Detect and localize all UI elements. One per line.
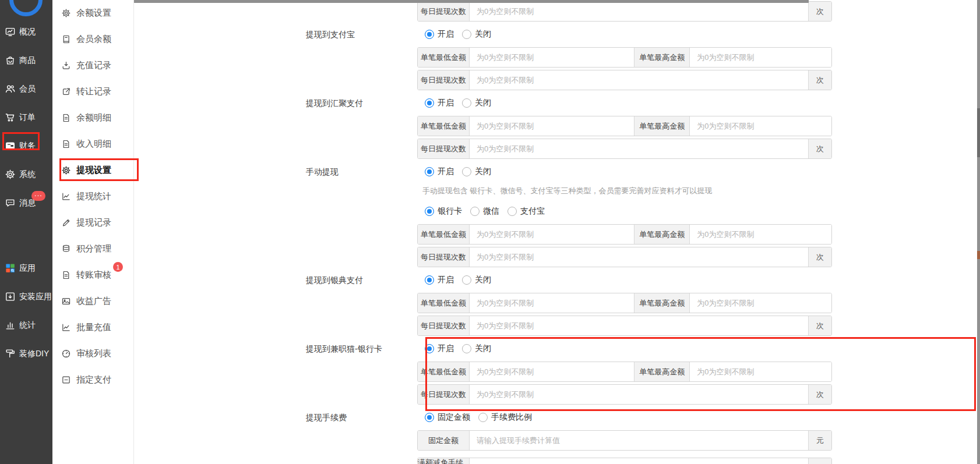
- submenu-item-transfer-audit[interactable]: 转账审核 1: [52, 262, 133, 288]
- wallet-icon: [5, 140, 16, 151]
- manual-daily-times-input[interactable]: [470, 247, 808, 267]
- sidebar-item-finance[interactable]: 财务: [0, 132, 52, 160]
- full-amount-fee-waiver-input[interactable]: [470, 458, 808, 464]
- gear-icon: [61, 165, 71, 175]
- withdraw-fee-radio-percent[interactable]: 手续费比例: [478, 412, 532, 423]
- submenu-item-label: 提现记录: [76, 217, 111, 228]
- manual-withdraw-radio-off[interactable]: 关闭: [462, 167, 491, 177]
- alipay-amount-max-input[interactable]: [690, 48, 831, 67]
- sidebar-item-orders[interactable]: 订单: [0, 103, 52, 132]
- withdraw-yindian-radio-off[interactable]: 关闭: [462, 275, 491, 285]
- submenu-item-balance-settings[interactable]: 余额设置: [52, 0, 133, 26]
- submenu-item-transfer-records[interactable]: 转让记录: [52, 79, 133, 105]
- yindian-amount-max-input[interactable]: [690, 293, 831, 313]
- chat-icon: [5, 197, 16, 208]
- yindian-daily-times-input[interactable]: [470, 316, 808, 335]
- submenu-item-member-balance[interactable]: 会员余额: [52, 26, 133, 52]
- sidebar-item-overview[interactable]: 概况: [0, 17, 52, 46]
- full-amount-fee-waiver-row: 满额减免手续费 元: [417, 458, 832, 464]
- submenu-item-designated-payment[interactable]: 指定支付: [52, 367, 133, 393]
- submenu-item-recharge-records[interactable]: 充值记录: [52, 52, 133, 79]
- vertical-scrollbar[interactable]: [977, 0, 980, 464]
- manual-daily-times-unit-addon: 次: [808, 247, 831, 267]
- jianzhimao-amount-max-input[interactable]: [690, 362, 831, 381]
- line-chart-icon: [61, 323, 71, 332]
- submenu-item-withdraw-statistics[interactable]: 提现统计: [52, 183, 133, 210]
- manual-withdraw-field-label: 手动提现: [306, 167, 339, 178]
- prev-daily-times-unit-addon: 次: [808, 2, 831, 21]
- sidebar-item-label: 统计: [19, 320, 36, 331]
- huiju-daily-times-row: 每日提现次数 次: [417, 139, 832, 159]
- install-icon: [5, 291, 16, 302]
- radio-unchecked-icon: [462, 30, 471, 39]
- withdraw-fee-field-label: 提现手续费: [306, 413, 347, 423]
- manual-amount-max-input[interactable]: [690, 225, 831, 244]
- sidebar-item-label: 订单: [19, 112, 36, 123]
- radio-unchecked-icon: [507, 207, 517, 216]
- huiju-amount-min-addon: 单笔最低金额: [418, 116, 470, 136]
- submenu-item-audit-list[interactable]: 审核列表: [52, 341, 133, 367]
- withdraw-huiju-radio-off[interactable]: 关闭: [462, 98, 491, 108]
- huiju-daily-times-input[interactable]: [470, 139, 808, 158]
- yindian-amount-min-input[interactable]: [470, 293, 634, 313]
- sidebar-item-statistics[interactable]: 统计: [0, 311, 52, 339]
- gauge-icon: [61, 349, 71, 359]
- fixed-fee-addon: 固定金额: [418, 431, 470, 450]
- withdraw-alipay-radio-on[interactable]: 开启: [425, 29, 454, 40]
- manual-withdraw-radio-on[interactable]: 开启: [425, 167, 454, 177]
- submenu-item-withdraw-settings[interactable]: 提现设置: [52, 157, 133, 183]
- download-icon: [61, 61, 71, 70]
- horizontal-scrollbar[interactable]: [134, 0, 809, 3]
- submenu-item-income-detail[interactable]: 收入明细: [52, 131, 133, 157]
- withdraw-fee-radio-fixed[interactable]: 固定金额: [425, 412, 470, 423]
- document-icon: [61, 270, 71, 280]
- submenu-item-withdraw-records[interactable]: 提现记录: [52, 210, 133, 236]
- sidebar-item-system[interactable]: 系统: [0, 160, 52, 189]
- withdraw-huiju-radio-on[interactable]: 开启: [425, 98, 454, 108]
- radio-checked-icon: [425, 167, 434, 176]
- withdraw-jianzhimao-bankcard-radio-on[interactable]: 开启: [425, 343, 454, 354]
- withdraw-fee-field: 提现手续费 固定金额 手续费比例: [134, 412, 977, 423]
- submenu-item-label: 提现设置: [76, 165, 111, 176]
- sidebar-item-messages[interactable]: 消息 ...: [0, 189, 52, 217]
- withdraw-jianzhimao-bankcard-radio-off[interactable]: 关闭: [462, 343, 491, 354]
- gear-icon: [5, 169, 16, 180]
- alipay-daily-times-row: 每日提现次数 次: [417, 70, 832, 90]
- manual-withdraw-type-radio-wechat[interactable]: 微信: [470, 206, 499, 217]
- submenu-item-balance-detail[interactable]: 余额明细: [52, 105, 133, 131]
- manual-withdraw-type-radio-bank-card[interactable]: 银行卡: [425, 206, 462, 217]
- transfer-audit-badge: 1: [113, 262, 123, 272]
- sidebar-item-apps[interactable]: 应用: [0, 254, 52, 282]
- sidebar-item-goods[interactable]: 商品: [0, 46, 52, 75]
- jianzhimao-daily-times-row: 每日提现次数 次: [417, 384, 832, 405]
- submenu-item-batch-recharge[interactable]: 批量充值: [52, 314, 133, 341]
- avatar[interactable]: [9, 0, 43, 16]
- image-icon: [61, 296, 71, 306]
- document-icon: [61, 139, 71, 149]
- withdraw-alipay-radio-off[interactable]: 关闭: [462, 29, 491, 40]
- manual-amount-min-input[interactable]: [470, 225, 634, 244]
- prev-daily-times-input[interactable]: [470, 2, 808, 21]
- sidebar-item-install-apps[interactable]: 安装应用: [0, 282, 52, 311]
- jianzhimao-daily-times-input[interactable]: [470, 385, 808, 404]
- submenu-item-revenue-ads[interactable]: 收益广告: [52, 288, 133, 314]
- alipay-amount-min-input[interactable]: [470, 48, 634, 67]
- submenu-item-points-management[interactable]: 积分管理: [52, 236, 133, 262]
- primary-sidebar: 概况 商品 会员 订单 财务 系统 消息: [0, 0, 52, 464]
- fixed-fee-input[interactable]: [470, 431, 808, 450]
- huiju-amount-max-input[interactable]: [690, 116, 831, 136]
- manual-withdraw-type-radio-alipay[interactable]: 支付宝: [507, 206, 545, 217]
- sidebar-item-label: 安装应用: [19, 292, 52, 302]
- yindian-daily-times-addon: 每日提现次数: [418, 316, 470, 335]
- radio-unchecked-icon: [462, 344, 471, 353]
- alipay-daily-times-input[interactable]: [470, 70, 808, 90]
- sidebar-item-decorate-diy[interactable]: 装修DIY: [0, 339, 52, 368]
- jianzhimao-amount-min-input[interactable]: [470, 362, 634, 381]
- scrollbar-thumb[interactable]: [977, 108, 980, 157]
- withdraw-jianzhimao-bankcard-field-label: 提现到兼职猫-银行卡: [306, 344, 382, 355]
- withdraw-yindian-radio-on[interactable]: 开启: [425, 275, 454, 285]
- minus-square-icon: [61, 375, 71, 385]
- sidebar-item-members[interactable]: 会员: [0, 75, 52, 103]
- huiju-amount-min-input[interactable]: [470, 116, 634, 136]
- radio-unchecked-icon: [462, 275, 471, 285]
